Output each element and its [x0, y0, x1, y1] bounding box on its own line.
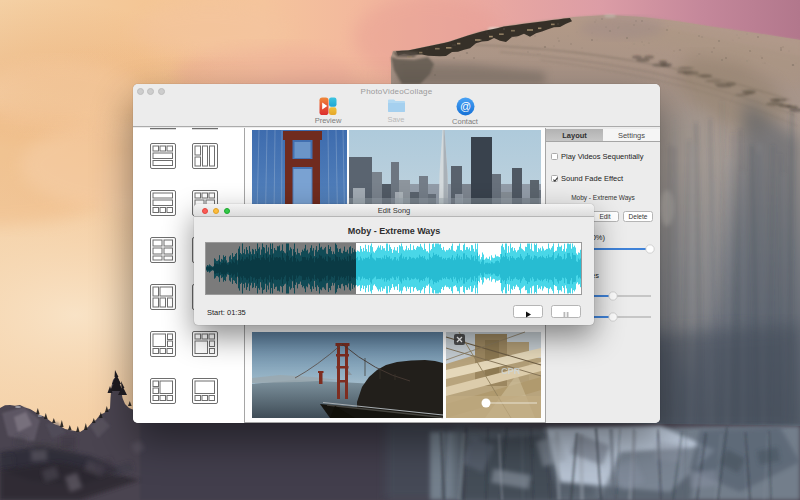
svg-text:CPR: CPR [501, 366, 521, 376]
svg-text:@: @ [459, 100, 470, 112]
